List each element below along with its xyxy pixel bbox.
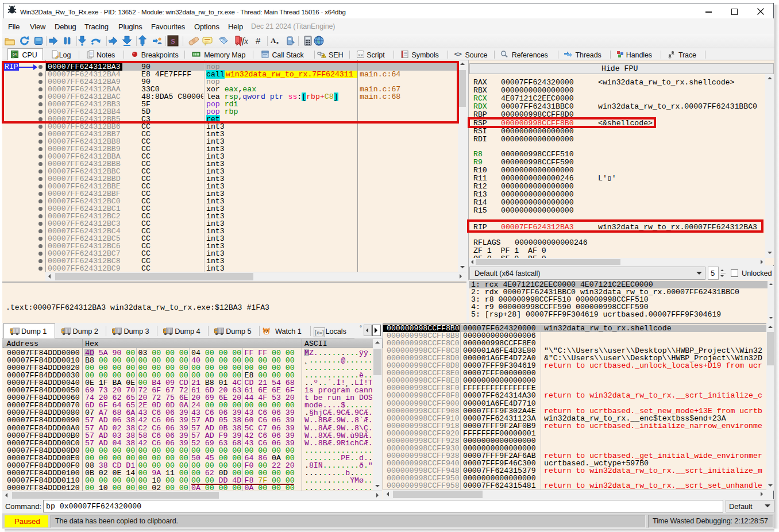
svg-text:64: 64 (13, 52, 17, 56)
svg-text:A: A (271, 36, 276, 45)
svg-text:fx: fx (242, 36, 248, 45)
svg-text:#: # (256, 36, 261, 45)
svg-text:<>: <> (357, 52, 363, 57)
svg-text:z: z (276, 40, 279, 45)
svg-text:S: S (171, 37, 175, 45)
svg-text:!: ! (323, 55, 325, 58)
